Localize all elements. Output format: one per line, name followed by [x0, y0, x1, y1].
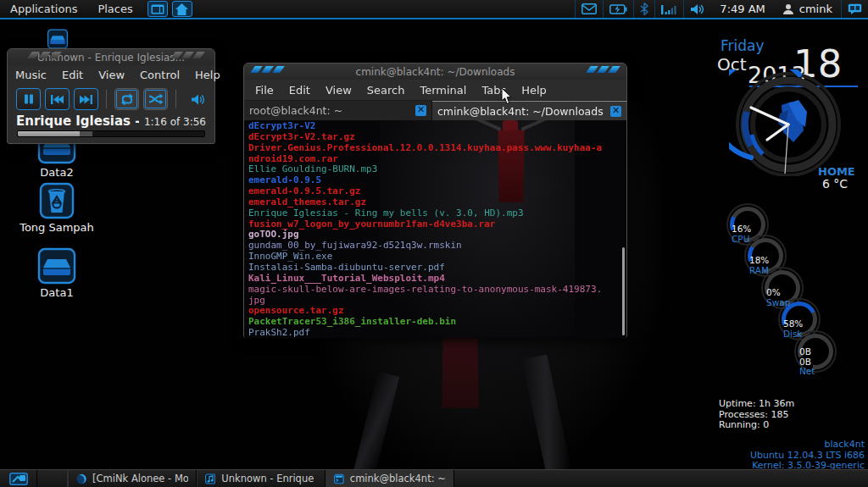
shuffle-icon	[148, 93, 164, 105]
home-launcher-button[interactable]	[172, 1, 192, 17]
separator	[106, 90, 107, 108]
titlebar-decoration	[173, 52, 203, 58]
battery-tray-button[interactable]	[603, 0, 633, 18]
next-button[interactable]	[74, 88, 98, 110]
firefox-icon	[76, 473, 86, 485]
task-firefox[interactable]: [CmiNk Alonee - Mozill...	[68, 470, 197, 487]
music-player-window: Unknown - Enrique Iglesias... Music Edit…	[7, 48, 215, 144]
terminal-scrollbar[interactable]	[622, 247, 625, 335]
menu-music[interactable]: Music	[8, 65, 54, 85]
system-info: black4nt Ubuntu 12.04.3 LTS i686 Kernel:…	[644, 440, 865, 472]
user-icon	[782, 3, 794, 15]
seek-fill	[18, 131, 80, 136]
player-menubar: Music Edit View Control Help	[8, 65, 214, 85]
titlebar-decoration	[588, 66, 618, 73]
tab-title: cmink@black4nt: ~/Downloads	[437, 105, 605, 118]
trash-icon	[37, 182, 76, 219]
hostname: black4nt	[644, 440, 865, 451]
menu-terminal[interactable]: Terminal	[412, 80, 474, 100]
window-icon	[151, 4, 164, 14]
file-entry: Driver.Genius.Professional.12.0.0.1314.k…	[248, 143, 626, 154]
file-entry: Kali_Linux___Tutorial_Websploit.mp4	[248, 274, 626, 285]
file-entry: emerald-0.9.5.tar.gz	[248, 186, 626, 197]
task-label: Unknown - Enrique Igl...	[221, 473, 317, 484]
bluetooth-tray-button[interactable]	[633, 0, 654, 18]
previous-button[interactable]	[45, 88, 70, 110]
desktop-icon-partial[interactable]	[38, 29, 77, 49]
repeat-button[interactable]	[114, 88, 139, 110]
uptime: Uptime: 1h 36m	[719, 399, 794, 410]
chat-tray-button[interactable]	[841, 0, 868, 18]
titlebar-decoration	[253, 66, 282, 73]
signal-icon	[661, 4, 677, 14]
show-desktop-button[interactable]	[0, 470, 37, 487]
menu-view[interactable]: View	[318, 80, 359, 100]
task-label: cmink@black4nt: ~/Do...	[350, 473, 446, 484]
system-stats: Uptime: 1h 36m Processes: 185 Running: 0	[719, 399, 794, 431]
tab-title: root@black4nt: ~	[249, 104, 410, 117]
user-menu[interactable]: cmink	[774, 3, 841, 15]
pause-icon	[23, 93, 35, 105]
drive-icon	[37, 247, 76, 285]
menu-control[interactable]: Control	[132, 65, 187, 85]
show-desktop-icon	[9, 473, 28, 485]
window-launcher-button[interactable]	[147, 1, 168, 17]
menu-file[interactable]: File	[248, 80, 281, 100]
task-player[interactable]: Unknown - Enrique Igl...	[197, 470, 326, 487]
analog-clock	[729, 69, 849, 176]
desktop-icon-label: Tong Sampah	[19, 221, 94, 234]
terminal-body[interactable]: dEcrypt3r-V2dEcrypt3r-V2.tar.gzDriver.Ge…	[244, 120, 626, 338]
volume-icon	[690, 3, 705, 15]
task-label: [CmiNk Alonee - Mozill...	[92, 473, 188, 484]
volume-tray-button[interactable]	[683, 0, 711, 18]
net-ring: 0B0BNet	[798, 334, 833, 369]
player-volume-button[interactable]	[191, 93, 206, 106]
mail-tray-button[interactable]	[575, 0, 603, 18]
username: cmink	[799, 3, 832, 15]
chat-icon	[848, 3, 862, 14]
titlebar-decoration	[30, 52, 59, 58]
menu-edit[interactable]: Edit	[281, 80, 318, 100]
terminal-window: cmink@black4nt: ~/Downloads File Edit Vi…	[243, 63, 627, 338]
shuffle-button[interactable]	[143, 88, 168, 110]
terminal-title: cmink@black4nt: ~/Downloads	[356, 66, 515, 78]
menu-edit[interactable]: Edit	[54, 65, 91, 85]
close-icon[interactable]: ✕	[415, 105, 426, 116]
player-controls	[8, 85, 214, 112]
menu-applications[interactable]: Applications	[0, 0, 87, 18]
menu-help[interactable]: Help	[514, 80, 554, 100]
desktop-icon-trash[interactable]: Tong Sampah	[19, 182, 95, 234]
menu-places[interactable]: Places	[87, 0, 142, 18]
pause-button[interactable]	[16, 88, 41, 110]
terminal-titlebar[interactable]: cmink@black4nt: ~/Downloads	[244, 64, 626, 80]
file-entry: dEcrypt3r-V2.tar.gz	[248, 132, 626, 143]
desktop-icon-data1[interactable]: Data1	[19, 247, 95, 299]
player-titlebar[interactable]: Unknown - Enrique Iglesias...	[8, 49, 214, 65]
file-entry: magic-skull-below-are-images-relating-to…	[248, 285, 626, 296]
previous-icon	[50, 94, 64, 105]
top-panel: Applications Places 7:49 AM cmink	[0, 0, 868, 19]
conky-day: Friday	[721, 37, 765, 54]
running: Running: 0	[719, 420, 794, 431]
tab-root[interactable]: root@black4nt: ~ ✕	[244, 101, 432, 120]
menu-help[interactable]: Help	[187, 65, 228, 85]
seek-bar[interactable]	[17, 130, 205, 137]
tab-downloads[interactable]: cmink@black4nt: ~/Downloads ✕	[432, 101, 626, 120]
file-entry: Enrique Iglesias - Ring my bells (v. 3.0…	[248, 208, 626, 219]
terminal-tabbar: root@black4nt: ~ ✕ cmink@black4nt: ~/Dow…	[244, 100, 626, 120]
taskbar-spacer	[37, 470, 68, 487]
next-icon	[79, 94, 93, 105]
panel-clock[interactable]: 7:49 AM	[711, 3, 773, 15]
taskbar: [CmiNk Alonee - Mozill... Unknown - Enri…	[0, 469, 868, 487]
close-icon[interactable]: ✕	[610, 106, 621, 117]
menu-view[interactable]: View	[91, 65, 132, 85]
bluetooth-icon	[640, 3, 648, 15]
menu-search[interactable]: Search	[359, 80, 413, 100]
network-tray-button[interactable]	[654, 0, 683, 18]
home-icon	[175, 3, 188, 15]
battery-icon	[609, 4, 627, 14]
task-terminal[interactable]: cmink@black4nt: ~/Do...	[326, 470, 454, 487]
drive-icon	[38, 29, 77, 49]
file-entry: dEcrypt3r-V2	[248, 121, 626, 132]
mail-icon	[581, 3, 597, 14]
